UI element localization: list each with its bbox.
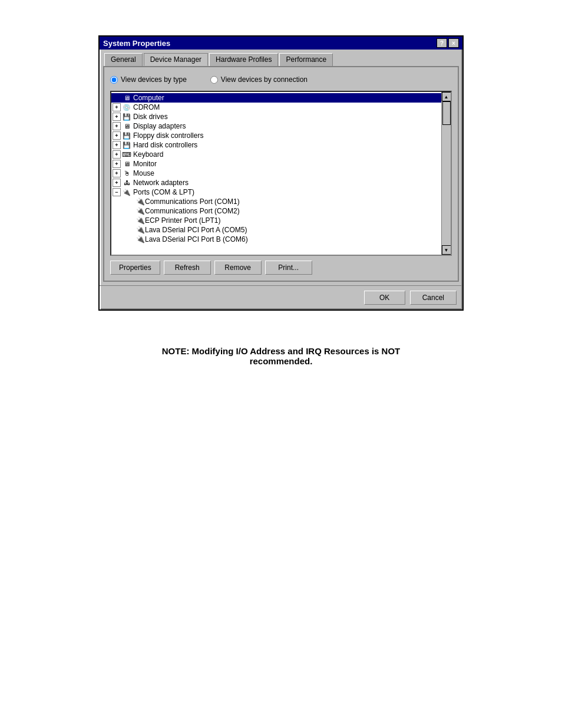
monitor-icon: 🖥 bbox=[122, 160, 131, 168]
tree-item-monitor[interactable]: + 🖥 Monitor bbox=[111, 159, 441, 169]
port-icon: 🔌 bbox=[136, 226, 145, 234]
mouse-icon: 🖱 bbox=[122, 169, 131, 177]
tab-content: View devices by type View devices by con… bbox=[103, 66, 459, 282]
port-icon: 🔌 bbox=[136, 207, 145, 215]
tree-item-keyboard[interactable]: + ⌨ Keyboard bbox=[111, 150, 441, 159]
expand-display-adapters[interactable]: + bbox=[113, 122, 121, 130]
expand-cdrom[interactable]: + bbox=[113, 103, 121, 111]
keyboard-icon: ⌨ bbox=[122, 150, 131, 159]
port-icon: 🔌 bbox=[136, 197, 145, 206]
expand-disk-drives[interactable]: + bbox=[113, 113, 121, 121]
properties-button[interactable]: Properties bbox=[110, 261, 160, 275]
expand-mouse[interactable]: + bbox=[113, 169, 121, 177]
device-tree[interactable]: 🖥 Computer + 💿 CDROM + 💾 Disk drives bbox=[111, 92, 441, 255]
action-buttons: Properties Refresh Remove Print... bbox=[110, 261, 452, 275]
device-tree-container: 🖥 Computer + 💿 CDROM + 💾 Disk drives bbox=[110, 91, 452, 256]
disk-drives-icon: 💾 bbox=[122, 113, 131, 121]
hard-disk-icon: 💾 bbox=[122, 141, 131, 149]
tab-bar: General Device Manager Hardware Profiles… bbox=[100, 50, 462, 66]
tree-item-cdrom[interactable]: + 💿 CDROM bbox=[111, 103, 441, 112]
scroll-down-button[interactable]: ▼ bbox=[442, 245, 451, 255]
tab-general[interactable]: General bbox=[104, 53, 143, 66]
display-adapters-icon: 🖥 bbox=[122, 122, 131, 130]
expand-network-adapters[interactable]: + bbox=[113, 179, 121, 187]
port-icon: 🔌 bbox=[136, 235, 145, 243]
tree-subitem-lpt1[interactable]: 🔌 ECP Printer Port (LPT1) bbox=[111, 216, 441, 225]
tree-item-display-adapters[interactable]: + 🖥 Display adapters bbox=[111, 121, 441, 131]
port-icon: 🔌 bbox=[136, 216, 145, 225]
tree-item-ports[interactable]: − 🔌 Ports (COM & LPT) bbox=[111, 187, 441, 197]
expand-hard-disk[interactable]: + bbox=[113, 141, 121, 149]
tree-item-floppy[interactable]: + 💾 Floppy disk controllers bbox=[111, 131, 441, 140]
expand-monitor[interactable]: + bbox=[113, 160, 121, 168]
tree-item-hard-disk[interactable]: + 💾 Hard disk controllers bbox=[111, 140, 441, 150]
ports-icon: 🔌 bbox=[122, 188, 131, 196]
window-title: System Properties bbox=[103, 39, 170, 48]
scroll-track[interactable] bbox=[442, 101, 451, 245]
expand-keyboard[interactable]: + bbox=[113, 150, 121, 159]
tree-item-computer[interactable]: 🖥 Computer bbox=[111, 93, 441, 103]
note-text: NOTE: Modifying I/O Address and IRQ Reso… bbox=[134, 346, 428, 366]
refresh-button[interactable]: Refresh bbox=[164, 261, 211, 275]
tab-hardware-profiles[interactable]: Hardware Profiles bbox=[209, 53, 278, 66]
floppy-icon: 💾 bbox=[122, 131, 131, 140]
system-properties-dialog: System Properties ? × General Device Man… bbox=[98, 35, 464, 311]
radio-by-type[interactable]: View devices by type bbox=[110, 75, 187, 84]
cdrom-icon: 💿 bbox=[122, 103, 131, 111]
tree-item-network-adapters[interactable]: + 🖧 Network adapters bbox=[111, 178, 441, 187]
tree-item-mouse[interactable]: + 🖱 Mouse bbox=[111, 169, 441, 178]
tree-item-disk-drives[interactable]: + 💾 Disk drives bbox=[111, 112, 441, 121]
expand-floppy[interactable]: + bbox=[113, 131, 121, 140]
scroll-up-button[interactable]: ▲ bbox=[442, 92, 451, 101]
expand-ports[interactable]: − bbox=[113, 188, 121, 196]
tab-device-manager[interactable]: Device Manager bbox=[144, 53, 208, 66]
tree-subitem-com1[interactable]: 🔌 Communications Port (COM1) bbox=[111, 197, 441, 206]
view-options: View devices by type View devices by con… bbox=[110, 73, 452, 86]
print-button[interactable]: Print... bbox=[265, 261, 312, 275]
dialog-footer: OK Cancel bbox=[100, 285, 462, 309]
radio-by-type-input[interactable] bbox=[110, 76, 118, 84]
title-bar: System Properties ? × bbox=[100, 37, 462, 50]
close-button[interactable]: × bbox=[448, 38, 459, 48]
tree-subitem-com6[interactable]: 🔌 Lava DSerial PCI Port B (COM6) bbox=[111, 235, 441, 244]
radio-by-connection-input[interactable] bbox=[210, 76, 218, 84]
remove-button[interactable]: Remove bbox=[214, 261, 262, 275]
title-bar-buttons: ? × bbox=[437, 38, 459, 48]
tab-performance[interactable]: Performance bbox=[279, 53, 333, 66]
network-adapters-icon: 🖧 bbox=[122, 179, 131, 187]
radio-by-connection[interactable]: View devices by connection bbox=[210, 75, 308, 84]
ok-button[interactable]: OK bbox=[364, 291, 405, 305]
computer-icon: 🖥 bbox=[122, 94, 131, 102]
tree-subitem-com2[interactable]: 🔌 Communications Port (COM2) bbox=[111, 206, 441, 216]
tree-subitem-com5[interactable]: 🔌 Lava DSerial PCI Port A (COM5) bbox=[111, 225, 441, 235]
help-button[interactable]: ? bbox=[437, 38, 447, 48]
scroll-thumb[interactable] bbox=[442, 101, 451, 125]
cancel-button[interactable]: Cancel bbox=[410, 291, 457, 305]
tree-scrollbar[interactable]: ▲ ▼ bbox=[441, 92, 451, 255]
